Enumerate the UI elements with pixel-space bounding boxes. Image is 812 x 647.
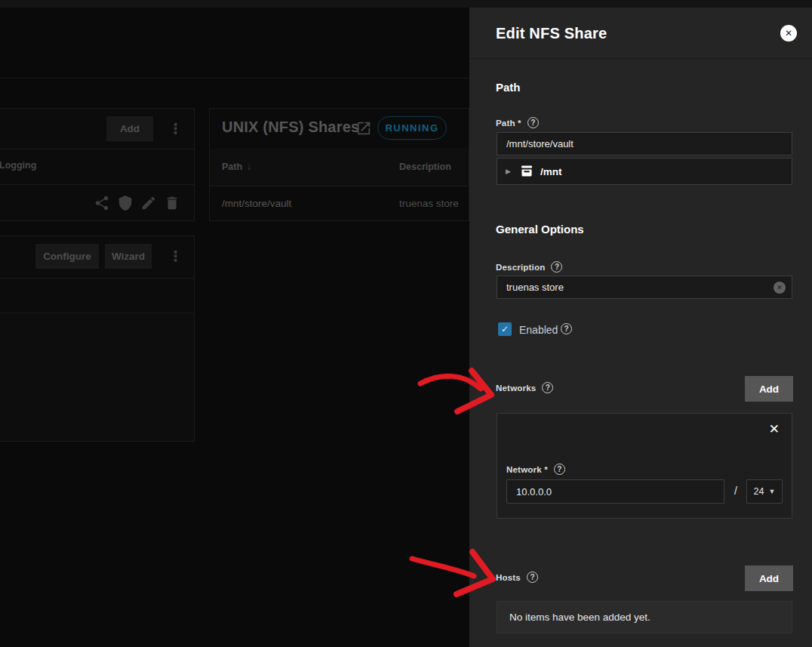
divider (0, 278, 194, 279)
edit-icon[interactable] (140, 195, 157, 211)
empty-state-text: No items have been added yet. (509, 612, 651, 623)
logging-label: Logging (0, 160, 36, 171)
empty-table-area (0, 313, 194, 442)
close-icon: ✕ (785, 29, 792, 38)
column-header-description[interactable]: Description (399, 162, 451, 172)
page-divider (0, 78, 469, 79)
description-input[interactable] (497, 276, 792, 299)
row-action-icons (94, 195, 180, 211)
caret-right-icon[interactable]: ▶ (506, 168, 511, 175)
cidr-separator: / (734, 485, 737, 497)
add-host-button[interactable]: Add (745, 565, 793, 591)
service-status-badge[interactable]: RUNNING (377, 116, 447, 140)
filesystem-tree-row[interactable]: ▶ /mnt (497, 158, 792, 185)
networks-list-label: Networks ? (496, 382, 553, 393)
network-entry-card: ✕ Network * ? / 24 ▼ (497, 413, 792, 519)
enabled-checkbox[interactable]: ✓ (498, 322, 512, 336)
checkmark-icon: ✓ (501, 325, 509, 334)
share-icon[interactable] (94, 195, 110, 211)
path-field-label: Path * ? (496, 117, 539, 128)
help-icon[interactable]: ? (527, 117, 539, 128)
arrow-to-hosts-shaft (412, 559, 474, 576)
prefix-length-select[interactable]: 24 ▼ (746, 479, 783, 504)
network-input[interactable] (506, 479, 724, 504)
general-options-heading: General Options (496, 223, 584, 236)
table-header-row: Path↓ Description (210, 149, 469, 186)
help-icon[interactable]: ? (527, 572, 538, 583)
add-share-button[interactable]: Add (106, 116, 153, 141)
path-input[interactable] (497, 132, 792, 156)
dataset-icon (519, 164, 534, 179)
open-in-new-icon[interactable] (355, 120, 372, 137)
edit-nfs-share-panel: Edit NFS Share ✕ Path Path * ? ▶ /mnt Ge… (469, 8, 812, 647)
table-row[interactable]: /mnt/store/vault truenas store (210, 186, 469, 221)
shield-icon[interactable] (117, 195, 134, 211)
nfs-shares-card: UNIX (NFS) Shares RUNNING Path↓ Descript… (209, 108, 469, 221)
description-field-label: Description ? (496, 261, 562, 273)
network-field-label: Network * ? (506, 464, 565, 475)
nfs-card-title: UNIX (NFS) Shares (222, 119, 359, 136)
remove-entry-icon[interactable]: ✕ (769, 421, 780, 437)
screen: Add ⋮ Logging Configure Wizard ⋮ UNIX (N… (0, 0, 812, 647)
clear-input-icon[interactable]: ✕ (774, 282, 786, 294)
path-section-heading: Path (496, 81, 521, 94)
configure-button[interactable]: Configure (35, 244, 99, 269)
wizard-button[interactable]: Wizard (105, 244, 152, 269)
sharing-card: Add ⋮ Logging (0, 108, 195, 221)
delete-icon[interactable] (164, 195, 180, 211)
hosts-empty-state: No items have been added yet. (497, 601, 792, 633)
enabled-label: Enabled (519, 324, 558, 336)
top-bar (0, 0, 812, 8)
cell-path: /mnt/store/vault (222, 198, 291, 209)
help-icon[interactable]: ? (542, 382, 553, 393)
tree-node-label: /mnt (540, 166, 562, 177)
enabled-help: ? (561, 323, 572, 334)
more-vertical-icon[interactable]: ⋮ (168, 249, 183, 263)
divider (0, 149, 194, 149)
divider (0, 184, 194, 185)
config-card: Configure Wizard ⋮ (0, 236, 195, 442)
help-icon[interactable]: ? (554, 464, 565, 475)
help-icon[interactable]: ? (561, 323, 572, 334)
cell-description: truenas store (399, 198, 459, 209)
help-icon[interactable]: ? (551, 261, 562, 273)
sort-down-icon: ↓ (247, 162, 251, 172)
panel-header: Edit NFS Share ✕ (469, 8, 812, 59)
chevron-down-icon: ▼ (768, 488, 775, 495)
close-button[interactable]: ✕ (780, 25, 797, 42)
hosts-list-label: Hosts ? (496, 572, 538, 583)
add-network-button[interactable]: Add (745, 376, 793, 402)
panel-title: Edit NFS Share (496, 25, 607, 42)
column-header-path[interactable]: Path↓ (222, 162, 251, 172)
more-vertical-icon[interactable]: ⋮ (168, 122, 183, 136)
